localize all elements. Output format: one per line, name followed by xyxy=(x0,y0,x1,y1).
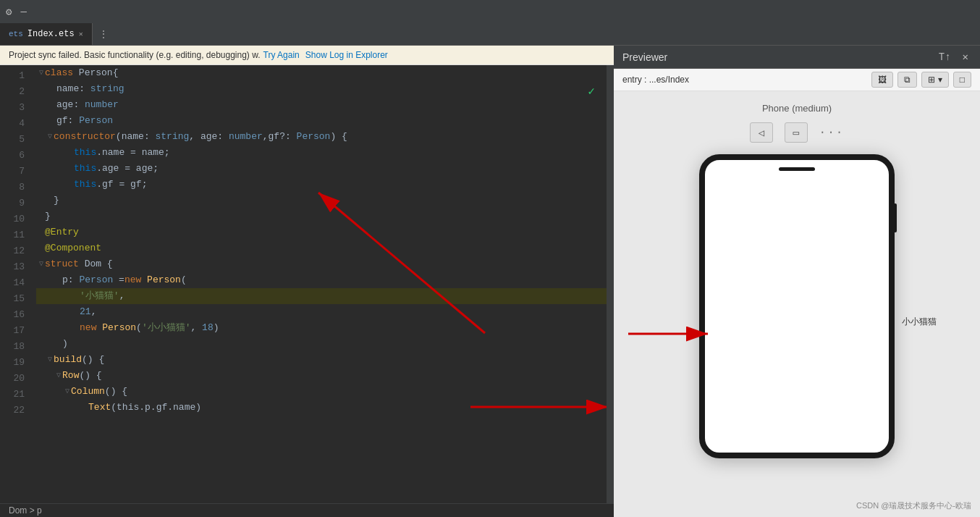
code-line-16: ▽ 21, xyxy=(36,304,607,320)
ln-10: 10 xyxy=(0,211,30,227)
csdn-watermark: CSDN @瑞晟技术服务中心-欧瑞 xyxy=(856,500,971,511)
code-line-4: gf: Person xyxy=(36,113,607,129)
code-lines[interactable]: ▽ class Person{ name: string age: number… xyxy=(36,65,607,503)
code-line-6: this.name = name; xyxy=(36,145,607,161)
ln-6: 6 xyxy=(0,148,30,164)
ln-13: 13 xyxy=(0,259,30,275)
ln-5: 5 xyxy=(0,132,30,148)
editor-area: Project sync failed. Basic functionality… xyxy=(0,46,614,517)
entry-path: entry : ...es/Index xyxy=(622,75,689,85)
tab-more-icon[interactable]: ⋮ xyxy=(93,28,114,41)
code-line-22: ▽ Text(this.p.gf.name) xyxy=(36,400,607,416)
code-line-17: ▽ new Person('小小猫猫', 18) xyxy=(36,320,607,336)
phone-content-label: 小小猫猫 xyxy=(902,316,937,328)
code-line-13: ▽ struct Dom { xyxy=(36,256,607,272)
code-line-12: ▽ @Component xyxy=(36,240,607,256)
close-preview-icon[interactable]: ✕ xyxy=(960,49,971,64)
more-options-icon[interactable]: ··· xyxy=(819,126,845,139)
previewer-content: Phone (medium) ◁ ▭ ··· 小小猫猫 xyxy=(614,91,980,517)
ln-12: 12 xyxy=(0,243,30,259)
fold-5[interactable]: ▽ xyxy=(48,129,52,145)
code-line-5: ▽ constructor(name: string, age: number,… xyxy=(36,129,607,145)
line-numbers: 1 2 3 4 5 6 7 8 9 10 11 12 13 14 15 16 1… xyxy=(0,65,36,503)
warning-message: Project sync failed. Basic functionality… xyxy=(9,50,261,60)
scrollbar[interactable] xyxy=(607,65,614,503)
checkmark-icon: ✓ xyxy=(588,84,595,98)
settings-icon[interactable]: ⚙ xyxy=(6,6,12,18)
ln-8: 8 xyxy=(0,180,30,196)
warning-banner: Project sync failed. Basic functionality… xyxy=(0,46,614,65)
tab-index-ets[interactable]: ets Index.ets ✕ xyxy=(0,23,93,45)
breadcrumb-path: Dom > p xyxy=(9,505,42,516)
ln-14: 14 xyxy=(0,275,30,291)
ln-4: 4 xyxy=(0,116,30,132)
previewer-toolbar: entry : ...es/Index 🖼 ⧉ ⊞ ▾ □ xyxy=(614,69,980,91)
ln-16: 16 xyxy=(0,307,30,323)
back-btn[interactable]: ◁ xyxy=(750,122,773,143)
show-log-link[interactable]: Show Log in Explorer xyxy=(305,50,388,60)
layers-icon-btn[interactable]: ⧉ xyxy=(897,72,917,88)
ln-2: 2 xyxy=(0,84,30,100)
ln-1: 1 xyxy=(0,68,30,84)
fold-1[interactable]: ▽ xyxy=(39,65,43,81)
code-line-21: ▽ Column() { xyxy=(36,384,607,400)
portrait-btn[interactable]: ▭ xyxy=(785,122,808,143)
ln-17: 17 xyxy=(0,323,30,339)
image-icon-btn[interactable]: 🖼 xyxy=(871,72,893,88)
code-line-8: this.gf = gf; xyxy=(36,177,607,193)
phone-content xyxy=(705,160,889,453)
fold-19[interactable]: ▽ xyxy=(48,352,52,368)
fold-13[interactable]: ▽ xyxy=(39,256,43,272)
phone-label: Phone (medium) xyxy=(762,103,832,114)
code-line-14: ▽ p: Person =new Person( xyxy=(36,272,607,288)
fold-21[interactable]: ▽ xyxy=(65,384,69,400)
minimize-icon[interactable]: — xyxy=(20,6,26,17)
ln-21: 21 xyxy=(0,387,30,403)
code-line-10: ▽ } xyxy=(36,209,607,224)
fold-20[interactable]: ▽ xyxy=(56,368,61,384)
code-line-1: ▽ class Person{ xyxy=(36,65,607,81)
ln-15: 15 xyxy=(0,291,30,307)
ln-20: 20 xyxy=(0,371,30,387)
ln-9: 9 xyxy=(0,196,30,211)
phone-side-button xyxy=(894,203,897,232)
tab-close-icon[interactable]: ✕ xyxy=(79,30,83,38)
code-line-9: ▽ } xyxy=(36,193,607,209)
phone-controls: ◁ ▭ ··· xyxy=(750,122,845,143)
phone-frame xyxy=(699,154,895,458)
try-again-link[interactable]: Try Again xyxy=(263,50,300,60)
tab-bar: ets Index.ets ✕ ⋮ xyxy=(0,23,980,46)
tab-label: Index.ets xyxy=(28,29,75,39)
code-line-20: ▽ Row() { xyxy=(36,368,607,384)
code-line-7: this.age = age; xyxy=(36,161,607,177)
ln-18: 18 xyxy=(0,339,30,355)
previewer-header: Previewer T↑ ✕ xyxy=(614,46,980,69)
device-controls: 🖼 ⧉ ⊞ ▾ □ xyxy=(871,72,971,88)
code-line-19: ▽ build() { xyxy=(36,352,607,368)
ln-19: 19 xyxy=(0,355,30,371)
font-size-icon[interactable]: T↑ xyxy=(936,50,954,64)
previewer-area: Previewer T↑ ✕ entry : ...es/Index 🖼 ⧉ ⊞… xyxy=(614,46,980,517)
ln-3: 3 xyxy=(0,100,30,116)
breadcrumb: Dom > p xyxy=(0,503,614,517)
code-line-11: ▽ @Entry xyxy=(36,224,607,240)
ln-11: 11 xyxy=(0,227,30,243)
fullscreen-btn[interactable]: □ xyxy=(953,72,971,88)
code-line-3: age: number xyxy=(36,97,607,113)
main-area: Project sync failed. Basic functionality… xyxy=(0,46,980,517)
code-line-2: name: string xyxy=(36,81,607,97)
ln-7: 7 xyxy=(0,164,30,180)
code-line-15: ▽ '小猫猫', xyxy=(36,288,607,304)
tab-file-icon: ets xyxy=(9,30,23,38)
grid-icon-btn[interactable]: ⊞ ▾ xyxy=(921,72,948,88)
top-bar: ⚙ — xyxy=(0,0,980,23)
previewer-icons: T↑ ✕ xyxy=(936,49,971,64)
code-container: 1 2 3 4 5 6 7 8 9 10 11 12 13 14 15 16 1… xyxy=(0,65,614,503)
code-line-18: ▽ ) xyxy=(36,336,607,352)
previewer-title: Previewer xyxy=(622,51,936,63)
ln-22: 22 xyxy=(0,403,30,419)
